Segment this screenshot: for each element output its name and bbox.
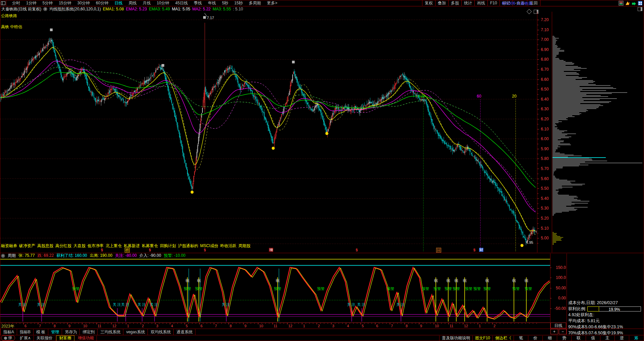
bottom-tab-另存为[interactable]: 另存为 [62,329,80,335]
side-tab-联[interactable]: 联 [571,336,586,341]
orange-arrow-icon[interactable] [625,1,630,6]
bottom-tab-指标A[interactable]: 指标A [0,329,17,335]
price-axis-tick [537,25,538,25]
concept-link-私募重仓[interactable]: 私募重仓 [142,243,158,248]
oscillator-panel[interactable]: 弱弱弱弱弱弱弱弱弱弱预警预警预警预警预警预警预警预警预警预警预警预警预警预警预警… [0,259,550,322]
sidebar-toggle-icon[interactable] [534,10,538,14]
bottom-tab-绑定到[interactable]: 绑定到 [80,329,98,335]
popup-pill-button[interactable]: 弹 [1,335,15,341]
dropdown-circle-icon[interactable]: ∨ [1,254,5,258]
svg-text:4.95: 4.95 [526,240,533,244]
quote-list-icon[interactable] [619,1,624,6]
news-marker[interactable]: § [149,248,151,252]
concept-link-昨收活跃[interactable]: 昨收活跃 [220,243,236,248]
period-item-60分钟[interactable]: 60分钟 [93,0,111,6]
main-candlestick-chart[interactable]: 12060207.174.95 [0,12,537,252]
period-item-45日线[interactable]: 45日线 [172,0,191,6]
period-box[interactable]: 日线 [550,323,566,328]
bottom-tab-通道系统[interactable]: 通道系统 [174,329,195,335]
news-marker[interactable]: § [204,248,206,252]
side-tab-笔[interactable]: 笔 [514,336,528,341]
menu-item-F10[interactable]: F10 [487,0,500,6]
dropdown-circle-icon[interactable]: ∨ [43,7,47,11]
toolbar-item-侧边栏《[interactable]: 侧边栏《 [492,336,514,341]
price-axis-tick [537,35,538,35]
period-item-季线[interactable]: 季线 [191,0,205,6]
period-item-1分钟[interactable]: 1分钟 [23,0,40,6]
side-tab-逆[interactable]: 逆 [614,336,629,341]
green-arrow-icon[interactable] [631,1,636,6]
menu-item-多股[interactable]: 多股 [448,0,461,6]
bottom-tab-三均线系统[interactable]: 三均线系统 [98,329,123,335]
side-tab-主[interactable]: 主 [600,336,614,341]
news-marker[interactable]: 增 [269,248,273,252]
blue-grid-icon[interactable] [638,1,643,6]
concept-link-MSCI成份[interactable]: MSCI成份 [200,243,218,248]
concept-link-回购计划[interactable]: 回购计划 [160,243,176,248]
period-item-30分钟[interactable]: 30分钟 [74,0,93,6]
bottom-tab-指标B[interactable]: 指标B [17,329,34,335]
bottom-tab-双均线系统[interactable]: 双均线系统 [148,329,174,335]
bottom-tab-模 板[interactable]: 模 板 [34,329,48,335]
profit-ratio-label: 获利比例: [568,306,586,312]
toolbar-item-扩展∧[interactable]: 扩展∧ [17,336,34,341]
svg-text:8: 8 [406,324,408,328]
period-item-5秒[interactable]: 5秒 [219,0,231,6]
period-item-15秒[interactable]: 15秒 [231,0,246,6]
side-tab-价[interactable]: 价 [528,336,542,341]
concept-link-沪股通标的[interactable]: 沪股通标的 [178,243,198,248]
side-tab-筹[interactable]: 筹 [629,336,643,341]
price-axis-label: 7.10 [538,27,551,32]
news-marker[interactable]: § [356,248,358,252]
side-tab-势[interactable]: 势 [557,336,571,341]
split-window-icon[interactable] [0,1,6,6]
concept-link-大盘股[interactable]: 大盘股 [73,243,85,248]
period-item-周线[interactable]: 周线 [125,0,139,6]
period-item-更多>[interactable]: 更多> [264,0,280,6]
news-marker[interactable]: § [473,248,475,252]
news-marker[interactable]: 榜 [125,248,130,252]
oscillator-axis-tick [550,288,551,288]
toolbar-item-财富圈[interactable]: 财富圈 [56,335,74,341]
concept-link-私募新进[interactable]: 私募新进 [124,243,140,248]
bottom-tab-vegas系统[interactable]: vegas系统 [123,329,148,335]
svg-text:关注: 关注 [137,302,147,306]
period-item-日线[interactable]: 日线 [111,0,125,6]
menu-item-画线[interactable]: 画线 [474,0,487,6]
concept-link-周期股[interactable]: 周期股 [238,243,250,248]
current-stock-label[interactable]: 601006 大秦铁路 [502,1,532,6]
toolbar-item-关联报价[interactable]: 关联报价 [34,336,56,341]
period-item-月线[interactable]: 月线 [139,0,154,6]
concept-link-北上重仓[interactable]: 北上重仓 [106,243,122,248]
svg-text:6: 6 [376,324,378,328]
concept-link-高分红股[interactable]: 高分红股 [55,243,71,248]
menu-item-复权[interactable]: 复权 [422,0,435,6]
period-item-多周期[interactable]: 多周期 [246,0,264,6]
side-tab-值[interactable]: 值 [586,336,600,341]
menu-item-叠加[interactable]: 叠加 [435,0,448,6]
toolbar-item-增值功能[interactable]: 增值功能 [75,336,97,341]
period-item-15分钟[interactable]: 15分钟 [56,0,74,6]
side-tab-细[interactable]: 细 [542,336,557,341]
concept-link-高股息股[interactable]: 高股息股 [37,243,53,248]
bottom-tab-管理[interactable]: 管理 [48,329,62,335]
news-marker[interactable]: 回 [436,248,441,252]
menu-item-统计[interactable]: 统计 [461,0,474,6]
svg-text:弱: 弱 [512,279,516,283]
profit-ratio-bar: 19.9% [587,306,641,311]
price-axis-label: 6.00 [538,136,551,141]
period-item-10分钟[interactable]: 10分钟 [154,0,172,6]
pane-toggle-icon[interactable] [638,7,642,11]
svg-text:关注: 关注 [18,302,27,306]
concept-link-融资融券[interactable]: 融资融券 [1,243,17,248]
toolbar-item-普及版功能说明[interactable]: 普及版功能说明 [439,336,472,341]
news-marker[interactable]: § [101,248,103,252]
toolbar-item-图文F10[interactable]: 图文F10 [472,336,492,341]
period-item-分时[interactable]: 分时 [9,0,23,6]
period-item-5分钟[interactable]: 5分钟 [40,0,56,6]
news-marker[interactable]: 财 [479,248,483,252]
period-item-年线[interactable]: 年线 [205,0,219,6]
concept-link-破净资产[interactable]: 破净资产 [19,243,35,248]
concept-link-低市净率[interactable]: 低市净率 [87,243,104,248]
svg-text:关注: 关注 [113,302,122,306]
